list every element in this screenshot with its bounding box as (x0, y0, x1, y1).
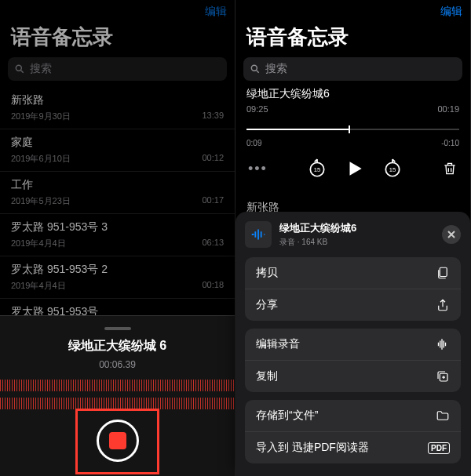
list-item[interactable]: 新张路 2019年9月30日13:39 (0, 87, 235, 129)
share-icon (436, 298, 450, 312)
folder-icon (436, 409, 450, 423)
truncated-label: 编辑操作 (245, 471, 461, 476)
page-title: 语音备忘录 (236, 20, 470, 57)
more-button[interactable]: ••• (248, 161, 268, 177)
svg-rect-8 (440, 267, 447, 276)
list-item[interactable]: 罗太路 951-953号 2 2019年4月4日00:18 (0, 256, 235, 299)
playback-time: 09:25 (246, 104, 268, 114)
item-date: 2019年4月4日 (11, 280, 66, 292)
pdf-icon: PDF (428, 442, 450, 454)
item-duration: 00:18 (202, 280, 224, 292)
forward-15-button[interactable]: 15 (382, 158, 403, 179)
item-date: 2019年5月23日 (11, 195, 71, 207)
right-screenshot: 编辑 语音备忘录 搜索 绿地正大缤纷城6 09:25 00:19 0:09 -0… (236, 0, 471, 476)
delete-button[interactable] (442, 161, 458, 176)
action-label: 编辑录音 (256, 337, 300, 351)
action-label: 存储到“文件” (256, 409, 318, 423)
action-label: 拷贝 (256, 266, 278, 280)
item-duration: 13:39 (202, 111, 224, 122)
edit-button[interactable]: 编辑 (205, 5, 227, 19)
action-edit-recording[interactable]: 编辑录音 (245, 329, 461, 360)
svg-text:15: 15 (389, 166, 396, 173)
item-title: 罗太路 951-953号 2 (11, 263, 224, 277)
sheet-meta: 录音 · 164 KB (279, 237, 434, 248)
item-date: 2019年6月10日 (11, 153, 71, 165)
item-duration: 06:13 (202, 238, 224, 249)
action-group: 拷贝 分享 (245, 257, 461, 321)
action-import-pdf-reader[interactable]: 导入到 迅捷PDF阅读器 PDF (245, 431, 461, 463)
item-title: 罗太路 951-953号 3 (11, 220, 224, 234)
search-input[interactable]: 搜索 (243, 57, 462, 81)
action-group: 编辑录音 复制 (245, 329, 461, 392)
action-copy[interactable]: 拷贝 (245, 257, 461, 289)
scrubber-position: 0:09 (246, 139, 261, 147)
action-group: 存储到“文件” 导入到 迅捷PDF阅读器 PDF (245, 400, 461, 463)
svg-text:15: 15 (314, 166, 320, 173)
item-date: 2019年4月4日 (11, 238, 66, 249)
svg-line-3 (257, 71, 259, 73)
playback-title: 绿地正大缤纷城6 (246, 87, 459, 101)
svg-point-0 (16, 65, 21, 71)
play-button[interactable] (345, 158, 365, 179)
stop-record-button[interactable] (97, 420, 139, 462)
action-label: 导入到 迅捷PDF阅读器 (256, 441, 369, 455)
action-save-to-files[interactable]: 存储到“文件” (245, 400, 461, 431)
recording-panel: 绿地正大缤纷城 6 00:06.39 (0, 315, 235, 476)
search-icon (14, 64, 25, 74)
sheet-thumbnail (245, 221, 272, 248)
waveform-icon (434, 337, 450, 351)
edit-button[interactable]: 编辑 (440, 5, 462, 19)
action-share[interactable]: 分享 (245, 289, 461, 321)
search-input[interactable]: 搜索 (8, 57, 227, 81)
playback-block: 绿地正大缤纷城6 09:25 00:19 0:09 -0:10 ••• 15 1… (236, 87, 470, 179)
item-title: 工作 (11, 178, 224, 192)
search-placeholder: 搜索 (265, 62, 287, 76)
waveform-thumb-icon (250, 226, 267, 243)
stop-icon (109, 432, 126, 449)
action-label: 复制 (256, 369, 278, 383)
left-screenshot: 编辑 语音备忘录 搜索 新张路 2019年9月30日13:39 家庭 2019年… (0, 0, 236, 476)
close-icon (447, 231, 455, 238)
item-duration: 00:17 (202, 195, 224, 207)
sheet-title: 绿地正大缤纷城6 (279, 221, 434, 235)
recording-elapsed: 00:06.39 (99, 359, 136, 370)
close-button[interactable] (442, 225, 461, 244)
svg-point-2 (251, 65, 257, 71)
item-title: 家庭 (11, 136, 224, 150)
search-placeholder: 搜索 (30, 62, 52, 76)
copy-icon (436, 266, 450, 280)
item-duration: 00:12 (202, 153, 224, 165)
scrubber[interactable] (246, 122, 459, 137)
rewind-15-button[interactable]: 15 (307, 158, 327, 179)
sheet-handle[interactable] (104, 327, 131, 330)
svg-line-1 (21, 71, 24, 73)
playback-duration: 00:19 (437, 104, 459, 114)
list-item[interactable]: 家庭 2019年6月10日00:12 (0, 129, 235, 172)
waveform (0, 380, 235, 409)
list-item[interactable]: 罗太路 951-953号 3 2019年4月4日06:13 (0, 214, 235, 256)
scrubber-remaining: -0:10 (441, 139, 459, 147)
action-label: 分享 (256, 298, 278, 312)
share-sheet: 绿地正大缤纷城6 录音 · 164 KB 拷贝 分享 编辑录音 (236, 212, 470, 476)
item-title: 新张路 (11, 93, 224, 107)
action-duplicate[interactable]: 复制 (245, 360, 461, 392)
item-date: 2019年9月30日 (11, 111, 71, 122)
search-icon (250, 64, 261, 74)
duplicate-icon (436, 369, 450, 383)
recordings-list: 新张路 2019年9月30日13:39 家庭 2019年6月10日00:12 工… (0, 87, 235, 341)
recording-title: 绿地正大缤纷城 6 (68, 338, 166, 354)
page-title: 语音备忘录 (0, 20, 235, 57)
list-item[interactable]: 工作 2019年5月23日00:17 (0, 172, 235, 214)
